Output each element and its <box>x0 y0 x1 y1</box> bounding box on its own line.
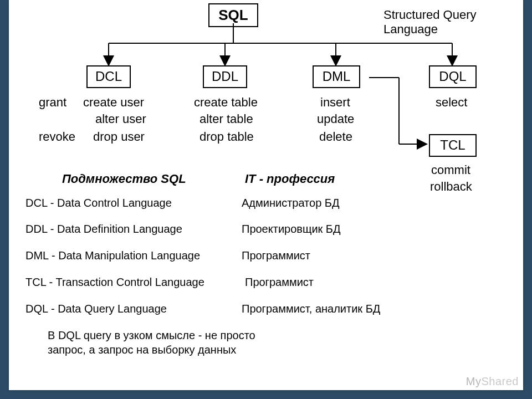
subset-item: DQL - Data Query Language <box>25 303 167 315</box>
tcl-cmd: commit <box>431 163 470 177</box>
node-dcl: DCL <box>86 65 131 88</box>
dcl-cmd: revoke <box>39 130 75 144</box>
node-dql: DQL <box>429 65 477 88</box>
profession-item: Проектировщик БД <box>242 223 341 236</box>
profession-item: Программист <box>245 276 314 289</box>
dcl-cmd: grant <box>39 95 66 110</box>
node-dml: DML <box>313 65 360 88</box>
watermark: MyShared <box>466 375 519 388</box>
dql-cmd: select <box>436 95 467 110</box>
profession-item: Программист <box>242 249 310 262</box>
profession-item: Администратор БД <box>242 197 340 209</box>
profession-item: Программист, аналитик БД <box>242 303 380 315</box>
dcl-cmd: create user <box>83 95 144 110</box>
subtitle: Structured Query Language <box>383 8 523 37</box>
subset-heading: Подмножество SQL <box>62 172 186 186</box>
subset-item: DCL - Data Control Language <box>25 197 172 209</box>
dcl-cmd: alter user <box>95 112 146 126</box>
watermark-right: Shared <box>482 375 519 387</box>
slide: SQL Structured Query Language DCL DDL DM… <box>9 0 523 390</box>
ddl-cmd: create table <box>194 95 258 110</box>
dml-cmd: insert <box>320 95 350 110</box>
node-tcl: TCL <box>429 134 477 157</box>
watermark-left: My <box>466 375 482 387</box>
dml-cmd: update <box>317 112 354 126</box>
dcl-cmd: drop user <box>93 130 145 144</box>
node-ddl: DDL <box>203 65 247 88</box>
dml-cmd: delete <box>319 130 352 144</box>
ddl-cmd: alter table <box>200 112 253 126</box>
profession-heading: IT - профессия <box>245 172 335 186</box>
subset-item: DML - Data Manipulation Language <box>25 249 200 262</box>
subset-item: TCL - Transaction Control Language <box>25 276 204 289</box>
node-sql: SQL <box>208 3 258 27</box>
note-line: В DQL query в узком смысле - не просто <box>48 329 255 342</box>
tcl-cmd: rollback <box>430 180 472 194</box>
ddl-cmd: drop table <box>200 130 254 144</box>
note-line: запрос, а запрос на выборку данных <box>48 344 236 356</box>
subset-item: DDL - Data Definition Language <box>25 223 182 236</box>
